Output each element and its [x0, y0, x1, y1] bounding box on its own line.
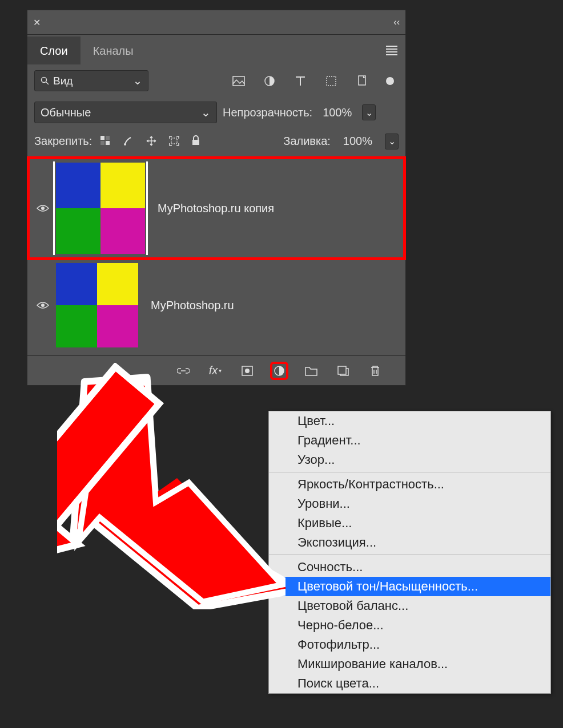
menu-item[interactable]: Фотофильтр...	[269, 635, 550, 654]
svg-marker-20	[68, 375, 283, 605]
tab-layers[interactable]: Слои	[27, 37, 81, 64]
svg-rect-18	[338, 366, 346, 374]
layer-name[interactable]: MyPhotoshop.ru	[151, 299, 234, 312]
menu-item[interactable]: Поиск цвета...	[269, 674, 550, 693]
layer-row[interactable]: MyPhotoshop.ru копия	[30, 159, 403, 257]
menu-item[interactable]: Цвет...	[269, 411, 550, 431]
svg-marker-23	[57, 471, 78, 605]
lock-icons	[100, 135, 204, 148]
filter-smart-icon[interactable]	[355, 74, 369, 88]
lock-all-icon[interactable]	[191, 135, 204, 148]
collapse-icon[interactable]: ‹‹	[393, 17, 400, 27]
svg-rect-12	[192, 140, 199, 145]
blend-mode-select[interactable]: Обычные⌄	[34, 102, 217, 123]
menu-item[interactable]: Экспозиция...	[269, 533, 550, 552]
menu-item[interactable]: Кривые...	[269, 513, 550, 533]
annotation-arrow-clean	[57, 363, 285, 614]
svg-rect-4	[327, 76, 336, 86]
menu-item[interactable]: Черно-белое...	[269, 616, 550, 635]
panel-tabs: Слои Каналы	[27, 35, 405, 64]
svg-point-10	[124, 143, 126, 145]
lock-paint-icon[interactable]	[123, 135, 135, 148]
svg-point-16	[245, 369, 250, 373]
svg-rect-2	[233, 76, 244, 86]
chevron-down-icon: ⌄	[133, 74, 142, 87]
layers-panel: ✕ ‹‹ Слои Каналы Вид ⌄ Обычные⌄ Непрозра…	[27, 10, 406, 386]
svg-point-14	[41, 304, 45, 307]
menu-item[interactable]: Градиент...	[269, 431, 550, 450]
group-icon[interactable]	[304, 364, 318, 378]
fill-stepper[interactable]: ⌄	[385, 134, 399, 149]
filter-text-icon[interactable]	[293, 74, 307, 88]
link-icon[interactable]	[176, 364, 190, 378]
panel-menu-icon[interactable]	[386, 44, 397, 57]
filter-row: Вид ⌄	[27, 64, 405, 97]
visibility-icon[interactable]	[34, 301, 51, 310]
menu-item-hue-saturation[interactable]: Цветовой тон/Насыщенность...	[269, 577, 550, 596]
new-layer-icon[interactable]	[336, 364, 350, 378]
svg-rect-11	[171, 138, 177, 144]
menu-separator	[269, 555, 550, 555]
opacity-value[interactable]: 100%	[318, 104, 356, 122]
menu-item[interactable]: Сочность...	[269, 557, 550, 577]
search-icon	[41, 76, 50, 86]
layer-thumb	[56, 163, 145, 254]
menu-item[interactable]: Узор...	[269, 450, 550, 470]
menu-item[interactable]: Цветовой баланс...	[269, 596, 550, 616]
svg-rect-6	[100, 136, 104, 140]
lock-artboard-icon[interactable]	[168, 135, 181, 148]
opacity-stepper[interactable]: ⌄	[362, 104, 376, 120]
panel-titlebar: ✕ ‹‹	[27, 10, 405, 35]
filter-icons	[232, 74, 399, 88]
adjustment-layer-icon[interactable]	[272, 364, 286, 378]
svg-marker-21	[68, 374, 283, 609]
layer-list: MyPhotoshop.ru копия MyPhotoshop.ru	[27, 155, 405, 355]
adjustment-menu: Цвет... Градиент... Узор... Яркость/Конт…	[268, 411, 551, 694]
filter-image-icon[interactable]	[232, 74, 246, 88]
lock-label: Закрепить:	[34, 135, 92, 148]
mask-icon[interactable]	[240, 364, 254, 378]
svg-rect-9	[106, 141, 110, 145]
layer-row[interactable]: MyPhotoshop.ru	[30, 260, 403, 351]
svg-rect-22	[57, 367, 159, 530]
lock-position-icon[interactable]	[146, 135, 158, 148]
svg-line-1	[46, 82, 49, 84]
svg-rect-24	[57, 372, 154, 528]
svg-rect-7	[106, 136, 110, 140]
fx-icon[interactable]: fx▾	[208, 364, 222, 378]
lock-row: Закрепить: Заливка: 100% ⌄	[27, 128, 405, 155]
menu-item[interactable]: Уровни...	[269, 494, 550, 513]
blend-row: Обычные⌄ Непрозрачность: 100% ⌄	[27, 97, 405, 128]
menu-separator	[269, 472, 550, 472]
layer-filter-select[interactable]: Вид ⌄	[34, 70, 148, 91]
layer-thumb	[56, 263, 138, 347]
layers-actions: fx▾	[27, 355, 405, 385]
svg-rect-8	[100, 141, 104, 145]
svg-point-0	[42, 77, 47, 82]
blend-mode-value: Обычные	[41, 106, 91, 119]
opacity-label: Непрозрачность:	[223, 106, 312, 119]
filter-shape-icon[interactable]	[324, 74, 338, 88]
lock-pixels-icon[interactable]	[100, 135, 112, 148]
fill-value[interactable]: 100%	[339, 132, 377, 150]
menu-item[interactable]: Яркость/Контрастность...	[269, 475, 550, 494]
layer-name[interactable]: MyPhotoshop.ru копия	[158, 202, 274, 215]
filter-adjust-icon[interactable]	[263, 74, 276, 88]
svg-point-13	[41, 207, 45, 210]
close-icon[interactable]: ✕	[33, 17, 41, 28]
layer-filter-label: Вид	[53, 75, 73, 87]
menu-item[interactable]: Микширование каналов...	[269, 654, 550, 674]
annotation-arrow	[57, 364, 285, 609]
svg-marker-19	[62, 367, 285, 609]
visibility-icon[interactable]	[34, 204, 51, 213]
fill-label: Заливка:	[283, 135, 331, 148]
filter-toggle[interactable]	[386, 77, 394, 85]
trash-icon[interactable]	[368, 364, 382, 378]
chevron-down-icon: ⌄	[201, 106, 211, 119]
tab-channels[interactable]: Каналы	[81, 37, 146, 64]
